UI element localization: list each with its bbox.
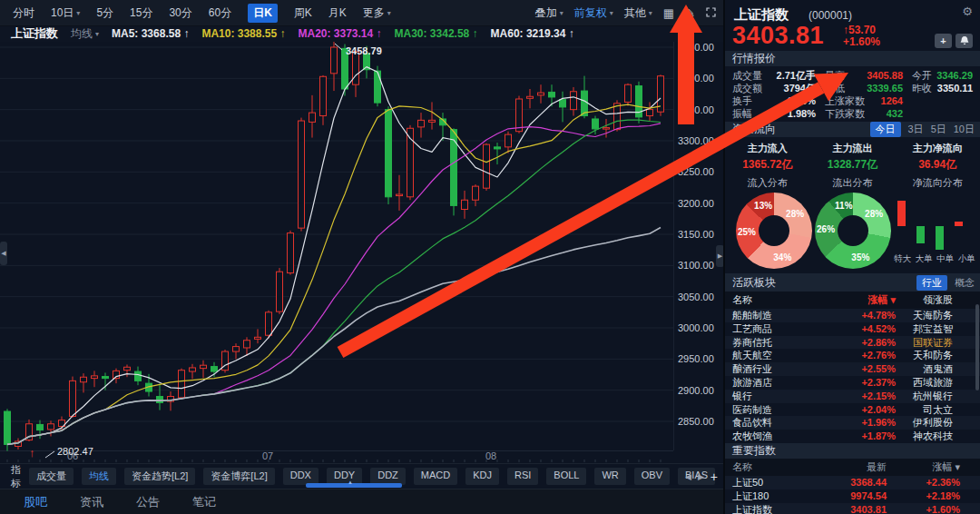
quote-label: 振幅 (732, 107, 752, 120)
section-sectors: 活跃板块 行业概念 (725, 273, 980, 292)
sector-row[interactable]: 航天航空+2.76%天和防务 (725, 349, 980, 362)
quote-grid: 成交量2.71亿手最高3405.88今开3346.29成交额3794亿最低333… (725, 66, 980, 120)
indices-table: 上证503368.44+2.36%上证1809974.54+2.18%上证指数3… (725, 476, 980, 514)
distribution-label: 流出分布 (810, 176, 896, 190)
svg-text:3250.00: 3250.00 (678, 166, 714, 177)
index-row[interactable]: 上证503368.44+2.36% (725, 476, 980, 489)
section-fund-flow: 资金流向 今日3日5日10日 (725, 122, 980, 137)
bell-icon (960, 36, 969, 46)
flow-tab-今日[interactable]: 今日 (870, 122, 901, 137)
sector-row[interactable]: 券商信托+2.86%国联证券 (725, 336, 980, 350)
section-indices: 重要指数 (725, 443, 980, 459)
net-flow-bar (936, 226, 944, 250)
sector-row[interactable]: 船舶制造+4.78%天海防务 (725, 309, 980, 322)
sector-row[interactable]: 农牧饲渔+1.87%神农科技 (725, 430, 980, 443)
quote-label: 昨收 (912, 82, 932, 94)
svg-text:3400.00: 3400.00 (678, 73, 714, 84)
quote-value: 3339.65 (867, 82, 903, 94)
tab-笔记[interactable]: 笔记 (189, 494, 220, 510)
index-row[interactable]: 上证1809974.54+2.18% (725, 489, 980, 503)
net-flow-categories: 特大大单中单小单 (892, 253, 977, 265)
indicator-成交量[interactable]: 成交量 (29, 468, 74, 485)
quote-value: 2.71亿手 (777, 69, 816, 82)
svg-text:2950.00: 2950.00 (678, 353, 714, 364)
sector-table: 船舶制造+4.78%天海防务工艺商品+4.52%邦宝益智券商信托+2.86%国联… (725, 309, 980, 443)
sector-row[interactable]: 酿酒行业+2.55%酒鬼酒 (725, 362, 980, 376)
flow-stat: 主力流入1365.72亿 (725, 142, 810, 173)
indicator-OBV[interactable]: OBV (634, 468, 670, 485)
svg-text:3450.00: 3450.00 (678, 42, 714, 53)
flow-tab-10日[interactable]: 10日 (954, 123, 975, 136)
quote-value: 3350.11 (937, 82, 973, 94)
indicator-BOLL[interactable]: BOLL (546, 468, 586, 485)
add-indicator-button[interactable]: + (710, 470, 718, 484)
svg-text:3350.00: 3350.00 (678, 104, 714, 115)
sector-table-header: 名称涨幅 ▾领涨股 (725, 292, 980, 309)
index-row[interactable]: 上证指数3403.81+1.60% (725, 503, 980, 514)
svg-text:2802.47: 2802.47 (57, 446, 93, 457)
chart-scrollbar[interactable]: ▲ (306, 483, 402, 488)
net-flow-bar (916, 226, 925, 243)
svg-text:3300.00: 3300.00 (678, 135, 714, 146)
quote-panel: 上证指数 (000001) ⚙ 3403.81 ↑53.70+1.60% + 行… (723, 0, 980, 514)
indicator-均线[interactable]: 均线 (82, 468, 116, 485)
distribution-label: 净流向分布 (895, 176, 980, 190)
svg-text:2850.00: 2850.00 (678, 416, 714, 427)
app-root: 分时10日▾5分15分30分60分日K周K月K更多▾ 叠加▾ 前复权▾ 其他▾ … (0, 0, 980, 514)
quote-value: 1264 (881, 94, 903, 107)
fund-flow-charts: 28%34%25%13% 28%35%26%11% 特大大单中单小单 (725, 190, 980, 273)
alert-bell-button[interactable] (956, 34, 973, 48)
flow-stat: 主力流出1328.77亿 (810, 142, 896, 173)
tab-公告[interactable]: 公告 (132, 494, 163, 510)
sector-row[interactable]: 工艺商品+4.52%邦宝益智 (725, 322, 980, 336)
gear-icon[interactable]: ⚙ (962, 5, 973, 18)
sector-row[interactable]: 银行+2.15%杭州银行 (725, 390, 980, 403)
quote-value: 1.98% (788, 107, 816, 120)
quote-label: 换手 (732, 94, 752, 107)
sector-row[interactable]: 食品饮料+1.96%伊利股份 (725, 416, 980, 430)
indicator-MACD[interactable]: MACD (414, 468, 457, 485)
sector-row[interactable]: 医药制造+2.04%司太立 (725, 403, 980, 417)
quote-label: 上涨家数 (825, 94, 865, 107)
fund-flow-tabs: 今日3日5日10日 (870, 122, 975, 137)
indicator-资金趋势[L2][interactable]: 资金趋势[L2] (124, 468, 195, 485)
distribution-label: 流入分布 (725, 176, 810, 190)
sector-tab-行业[interactable]: 行业 (916, 275, 947, 291)
indicator-RSI[interactable]: RSI (507, 468, 538, 485)
svg-text:3458.79: 3458.79 (346, 45, 382, 56)
svg-text:3100.00: 3100.00 (678, 260, 714, 271)
svg-text:↑: ↑ (29, 446, 35, 460)
indicator-WR[interactable]: WR (594, 468, 625, 485)
net-flow-bar (897, 201, 906, 226)
flow-tab-3日[interactable]: 3日 (908, 123, 924, 136)
quote-label: 最低 (825, 82, 845, 94)
candlestick-chart[interactable]: 3450.003400.003350.003300.003250.003200.… (0, 0, 723, 463)
flow-tab-5日[interactable]: 5日 (931, 123, 946, 136)
sector-row[interactable]: 旅游酒店+2.37%西域旅游 (725, 376, 980, 390)
indicator-label: 指标 (11, 463, 21, 490)
quote-value: 0.93% (788, 94, 816, 107)
quote-label: 最高 (825, 69, 845, 82)
scroll-left-icon[interactable]: ◀ (685, 472, 691, 481)
donut-slice-label: 25% (738, 226, 756, 236)
collapse-left-handle[interactable]: ◀ (0, 242, 7, 265)
tab-资讯[interactable]: 资讯 (76, 494, 107, 510)
indicator-资金博弈[L2][interactable]: 资金博弈[L2] (203, 468, 274, 485)
net-flow-category: 特大 (892, 253, 914, 265)
donut-slice-label: 13% (754, 201, 772, 211)
svg-text:3000.00: 3000.00 (678, 322, 714, 333)
inflow-donut-chart: 28%34%25%13% (736, 193, 812, 269)
scroll-right-icon[interactable]: ▶ (698, 472, 704, 481)
stock-change: ↑53.70+1.60% (843, 25, 880, 48)
svg-text:3050.00: 3050.00 (678, 292, 714, 302)
quote-value: 432 (887, 107, 903, 120)
stock-price: 3403.81 (732, 22, 824, 50)
add-watchlist-button[interactable]: + (935, 34, 952, 48)
sector-tab-概念[interactable]: 概念 (955, 276, 975, 290)
indicator-KDJ[interactable]: KDJ (466, 468, 499, 485)
donut-slice-label: 11% (835, 200, 852, 210)
tab-股吧[interactable]: 股吧 (20, 494, 51, 510)
donut-slice-label: 28% (786, 208, 804, 218)
quote-label: 下跌家数 (825, 107, 865, 120)
panel-scrollbar[interactable] (975, 304, 979, 390)
